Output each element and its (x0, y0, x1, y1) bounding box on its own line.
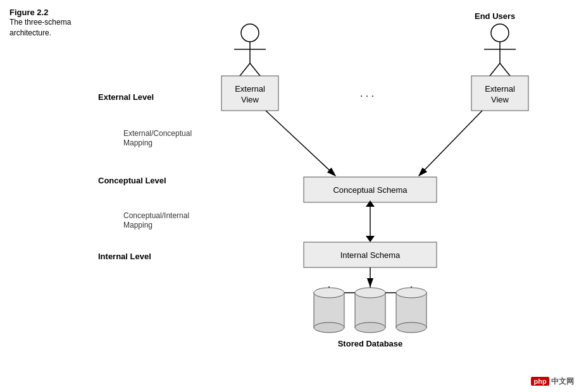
svg-text:External Level: External Level (98, 92, 154, 102)
end-users-label: End Users (475, 11, 515, 21)
svg-text:Internal Schema: Internal Schema (340, 250, 401, 260)
svg-point-42 (314, 322, 344, 333)
svg-text:Conceptual Level: Conceptual Level (98, 176, 166, 185)
svg-line-26 (419, 111, 482, 176)
svg-text:External: External (235, 84, 265, 94)
svg-point-0 (241, 24, 259, 42)
svg-point-48 (396, 322, 426, 333)
svg-text:Conceptual Schema: Conceptual Schema (333, 185, 408, 195)
watermark-php: php (531, 377, 549, 386)
svg-text:Mapping: Mapping (123, 221, 153, 230)
svg-text:External/Conceptual: External/Conceptual (123, 129, 192, 138)
svg-text:View: View (241, 95, 259, 104)
svg-text:Stored Database: Stored Database (338, 339, 403, 348)
svg-point-47 (396, 288, 426, 298)
svg-text:View: View (491, 95, 509, 104)
svg-text:Conceptual/Internal: Conceptual/Internal (123, 211, 189, 220)
svg-text:Mapping: Mapping (123, 138, 153, 147)
svg-point-45 (355, 322, 385, 333)
watermark: php 中文网 (531, 376, 574, 387)
svg-point-5 (491, 24, 509, 42)
svg-point-41 (314, 288, 344, 298)
svg-point-44 (355, 288, 385, 298)
svg-text:. . .: . . . (360, 88, 374, 99)
svg-text:External: External (485, 84, 515, 94)
watermark-site: 中文网 (551, 377, 574, 386)
svg-text:Internal Level: Internal Level (98, 252, 151, 261)
svg-marker-31 (366, 236, 375, 242)
svg-line-25 (266, 111, 335, 176)
